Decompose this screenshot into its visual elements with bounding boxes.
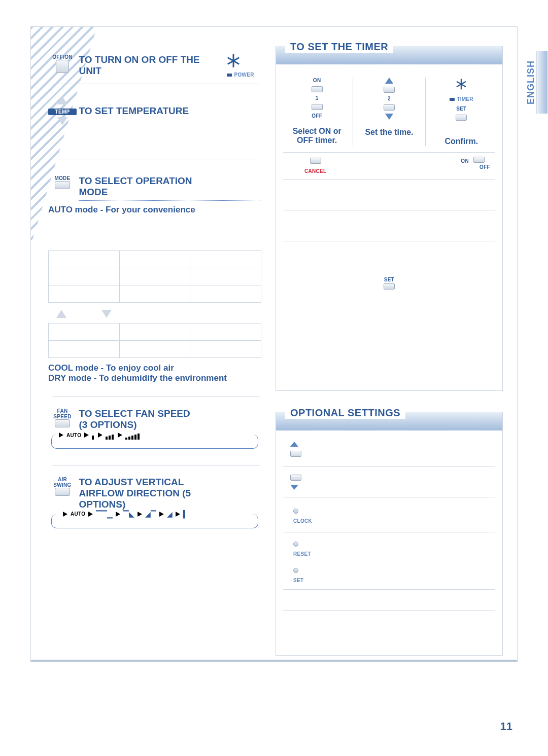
timer-set-button-icon <box>384 283 395 290</box>
page-frame: OFF/ON TO TURN ON OR OFF THE UNIT POWER … <box>30 26 518 660</box>
opt-button2-icon <box>290 475 301 481</box>
left-column: OFF/ON TO TURN ON OR OFF THE UNIT POWER … <box>45 47 267 539</box>
panel-optional: OPTIONAL SETTINGS CLOCK RESET SET <box>276 412 503 656</box>
timer-steps: ON 1 OFF Select ON or OFF timer. 2 Set t… <box>276 64 502 152</box>
opt-up-icon <box>290 442 298 447</box>
offon-label: OFF/ON <box>48 54 77 60</box>
off-button-icon <box>312 104 323 110</box>
mode-button-icon <box>55 181 70 189</box>
temp-label: TEMP <box>48 109 77 115</box>
offon-button-icon <box>56 60 69 73</box>
fan-button-icon <box>55 419 70 427</box>
page-number: 11 <box>500 720 512 733</box>
mode-table-2 <box>48 323 261 358</box>
fan-cycle: AUTO <box>51 435 258 449</box>
tri-up-icon <box>56 310 66 318</box>
mode-dry: DRY mode - To dehumidify the environment <box>48 373 261 383</box>
optional-title: OPTIONAL SETTINGS <box>285 407 405 419</box>
timer-step-1: ON 1 OFF Select ON or OFF timer. <box>281 78 353 146</box>
time-down-icon <box>385 114 393 120</box>
fan-subtitle: (3 OPTIONS) <box>79 419 136 430</box>
opt-button-icon <box>290 451 301 457</box>
timer-title: TO SET THE TIMER <box>285 41 393 53</box>
airswing-title: TO ADJUST VERTICAL AIRFLOW DIRECTION (5 … <box>79 477 216 510</box>
tri-down-icon <box>101 310 112 318</box>
timer-set: SET <box>276 241 502 292</box>
power-title: TO TURN ON OR OFF THE UNIT <box>79 54 216 77</box>
timer-step-3: TIMER SET Confirm. <box>426 78 497 146</box>
fan-label: FAN SPEED <box>48 408 77 419</box>
power-indicator-label: POWER <box>234 72 254 78</box>
language-tab: ENGLISH <box>525 51 537 114</box>
mode-cool: COOL mode - To enjoy cool air <box>48 363 261 373</box>
opt-down-icon <box>290 485 298 490</box>
on-button-icon <box>312 86 323 92</box>
fan-title: TO SELECT FAN SPEED <box>79 408 190 419</box>
temp-title: TO SET TEMPERATURE <box>79 96 216 117</box>
temp-up-icon <box>57 96 67 104</box>
section-airswing: AIR SWING TO ADJUST VERTICAL AIRFLOW DIR… <box>45 465 267 539</box>
airswing-label: AIR SWING <box>48 477 77 488</box>
temp-down-icon <box>57 117 67 125</box>
timer-step-2: 2 Set the time. <box>353 78 425 146</box>
section-mode: MODE TO SELECT OPERATION MODE AUTO mode … <box>45 160 267 391</box>
cancel-button-icon <box>310 158 321 164</box>
set-dot-icon <box>293 568 298 573</box>
mode-label: MODE <box>48 175 77 181</box>
time-button2-icon <box>384 104 395 111</box>
section-power: OFF/ON TO TURN ON OR OFF THE UNIT POWER <box>45 47 267 84</box>
power-indicator-icon <box>227 74 232 77</box>
timer-sun-icon <box>456 79 467 90</box>
clock-dot-icon <box>293 509 298 514</box>
section-fan: FAN SPEED TO SELECT FAN SPEED (3 OPTIONS… <box>45 397 267 460</box>
set-button-icon <box>456 115 467 121</box>
mode-table-1 <box>48 250 261 303</box>
airswing-button-icon <box>55 488 70 496</box>
airswing-cycle: AUTO ▔▔▁ ▔◣ ◢▔ ◢ ▍ <box>51 514 258 528</box>
time-button-icon <box>384 87 395 93</box>
mode-auto: AUTO mode - For your convenience <box>48 205 261 215</box>
power-sun-icon <box>227 54 240 67</box>
panel-timer: TO SET THE TIMER ON 1 OFF Select ON or O… <box>276 46 503 391</box>
onoff-button-icon <box>473 157 485 163</box>
timer-cancel-row: CANCEL ON OFF <box>276 153 502 179</box>
section-temp: TEMP TO SET TEMPERATURE <box>45 84 267 134</box>
reset-dot-icon <box>293 542 298 547</box>
time-up-icon <box>385 78 393 84</box>
mode-title: TO SELECT OPERATION MODE <box>79 175 216 198</box>
